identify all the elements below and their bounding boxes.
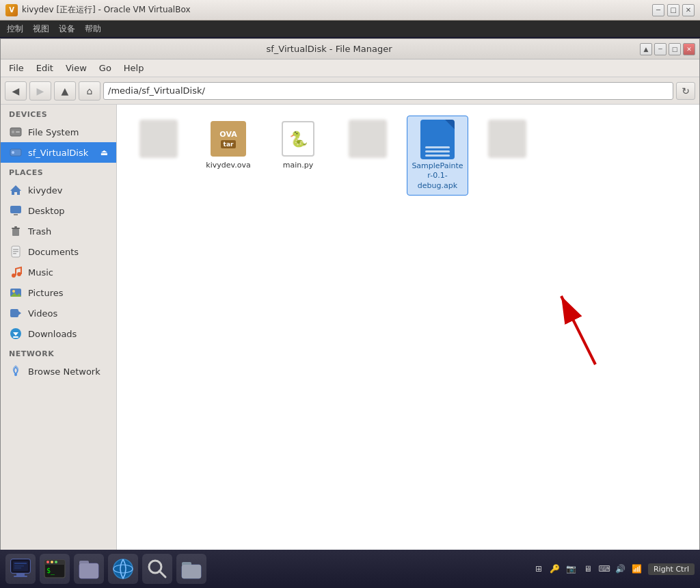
fm-close[interactable]: ✕	[683, 43, 695, 55]
svg-rect-32	[14, 563, 27, 564]
dock-files-icon[interactable]	[74, 554, 104, 584]
svg-line-48	[159, 571, 165, 577]
back-button[interactable]: ◀	[5, 81, 27, 101]
fm-maximize[interactable]: □	[669, 43, 681, 55]
sidebar-item-home[interactable]: kivydev	[1, 180, 116, 200]
vm-menu-help[interactable]: 帮助	[81, 22, 105, 36]
pictures-icon	[9, 286, 23, 299]
svg-rect-12	[13, 249, 18, 250]
tray-icon-4: 🖥	[581, 562, 595, 576]
file-icon-ova: OVA tar	[209, 120, 247, 158]
svg-point-45	[113, 559, 133, 578]
vm-menu-ctrl[interactable]: 控制	[3, 22, 27, 36]
tray-icon-3: 📷	[565, 562, 578, 576]
fm-menu-go[interactable]: Go	[94, 61, 117, 75]
file-manager-window: sf_VirtualDisk - File Manager ▲ ─ □ ✕ Fi…	[0, 38, 700, 588]
fm-minimize[interactable]: ─	[654, 43, 667, 55]
sidebar-item-documents[interactable]: Documents	[1, 241, 116, 262]
sidebar-item-desktop[interactable]: Desktop	[1, 200, 116, 221]
restore-button[interactable]: □	[667, 4, 679, 16]
file-item-blurred2[interactable]	[337, 116, 399, 196]
right-ctrl-label: Right Ctrl	[648, 563, 695, 575]
tar-icon-shape: OVA tar	[211, 121, 246, 157]
address-bar[interactable]: /media/sf_VirtualDisk/	[103, 82, 673, 100]
svg-point-4	[12, 151, 14, 154]
desktop-label: Desktop	[28, 206, 65, 216]
minimize-button[interactable]: ─	[652, 4, 664, 16]
sfvirtualdisk-icon	[9, 146, 23, 159]
fm-menu-file[interactable]: File	[3, 61, 29, 75]
videos-label: Videos	[28, 308, 57, 319]
fm-main-area[interactable]: OVA tar kivydev.ova 🐍 main.py	[117, 105, 699, 567]
file-icon-blurred3	[488, 120, 526, 158]
file-label-mainpy: main.py	[283, 161, 313, 170]
sidebar-item-downloads[interactable]: Downloads	[1, 323, 116, 344]
file-grid: OVA tar kivydev.ova 🐍 main.py	[117, 105, 699, 206]
dock-network-icon[interactable]	[108, 554, 138, 584]
dock-terminal-icon[interactable]: $_	[40, 554, 70, 584]
trash-icon	[9, 224, 23, 238]
sidebar-item-network[interactable]: Browse Network	[1, 361, 116, 382]
svg-rect-9	[12, 228, 20, 229]
sidebar-item-trash[interactable]: Trash	[1, 221, 116, 241]
svg-rect-6	[10, 206, 21, 213]
file-item-blurred3[interactable]	[476, 116, 538, 196]
svg-rect-51	[182, 565, 201, 578]
sidebar-item-sfvirtualdisk[interactable]: sf_VirtualDisk ⏏	[1, 142, 116, 163]
dock-search-icon[interactable]	[142, 554, 172, 584]
forward-button[interactable]: ▶	[29, 81, 51, 101]
sidebar-item-videos[interactable]: Videos	[1, 303, 116, 323]
svg-rect-14	[13, 253, 16, 254]
vm-menu-device[interactable]: 设备	[55, 22, 79, 36]
svg-rect-33	[14, 565, 24, 567]
vbox-icon: V	[5, 4, 18, 16]
fm-scroll-up[interactable]: ▲	[640, 43, 652, 55]
dock-monitor-icon[interactable]	[5, 554, 36, 584]
file-item-apk[interactable]: SamplePainter-0.1-debug.apk	[407, 116, 468, 196]
music-icon	[9, 265, 23, 279]
file-item-ova[interactable]: OVA tar kivydev.ova	[198, 116, 259, 196]
fm-titlebar: sf_VirtualDisk - File Manager ▲ ─ □ ✕	[1, 39, 699, 59]
file-item-mainpy[interactable]: 🐍 main.py	[267, 116, 329, 196]
tray-icons: ⊞ 🔑 📷 🖥 ⌨ 🔊 📶	[532, 562, 644, 576]
svg-rect-44	[79, 563, 98, 578]
filesystem-icon	[9, 125, 23, 139]
svg-rect-20	[10, 309, 18, 317]
sidebar-item-pictures[interactable]: Pictures	[1, 282, 116, 303]
desktop-icon	[9, 204, 23, 217]
svg-point-38	[46, 561, 49, 563]
up-button[interactable]: ▲	[54, 81, 76, 101]
sfvirtualdisk-label: sf_VirtualDisk	[28, 148, 88, 158]
home-label: kivydev	[28, 185, 62, 196]
address-text: /media/sf_VirtualDisk/	[108, 85, 205, 96]
svg-rect-8	[12, 229, 19, 236]
vm-menubar: 控制 视图 设备 帮助	[0, 21, 700, 37]
videos-icon	[9, 306, 23, 320]
bottom-taskbar: $_	[0, 550, 700, 588]
close-button[interactable]: ✕	[682, 4, 695, 16]
sidebar-item-filesystem[interactable]: File System	[1, 122, 116, 142]
fm-menu-view[interactable]: View	[60, 61, 92, 75]
filesystem-label: File System	[28, 127, 79, 137]
fm-menu-edit[interactable]: Edit	[31, 61, 59, 75]
tray-icon-1: ⊞	[532, 562, 546, 576]
svg-point-1	[12, 131, 14, 133]
window-controls: ─ □ ✕	[652, 4, 695, 16]
dock-folder-icon[interactable]	[176, 554, 206, 584]
vm-titlebar: V kivydev [正在运行] - Oracle VM VirtualBox …	[0, 0, 700, 21]
network-section-header: NETWORK	[1, 344, 116, 361]
network-icon	[9, 364, 23, 378]
apk-icon-lines	[425, 146, 450, 157]
vm-menu-view[interactable]: 视图	[29, 22, 53, 36]
eject-icon[interactable]: ⏏	[100, 148, 108, 157]
refresh-button[interactable]: ↻	[676, 82, 695, 100]
fm-menu-help[interactable]: Help	[118, 61, 150, 75]
tray-icon-2: 🔑	[548, 562, 562, 576]
pictures-label: Pictures	[28, 288, 63, 298]
file-item[interactable]	[128, 116, 189, 196]
tray-icon-6: 🔊	[614, 562, 628, 576]
svg-text:$_: $_	[46, 567, 55, 575]
home-button[interactable]: ⌂	[79, 81, 100, 101]
sidebar-item-music[interactable]: Music	[1, 262, 116, 282]
file-icon-blurred1	[139, 120, 178, 158]
